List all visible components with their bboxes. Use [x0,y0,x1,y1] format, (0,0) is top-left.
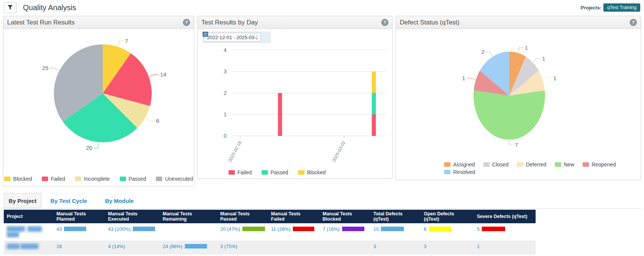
pie-value-label: 1 [525,44,528,51]
legend-swatch [4,177,11,181]
table-cell: 28 [53,241,105,254]
legend-item-incomplete[interactable]: Incomplete [75,176,110,182]
col-header-manual-tests-remaining: Manual TestsRemaining [160,210,217,223]
table-cell: 5 [474,223,536,241]
cell-value-link[interactable]: 1 [477,244,480,249]
pie-value-label: 20 [86,145,93,151]
cell-value-link[interactable]: 43 (100%) [108,226,131,232]
table-cell: 24 (86%) [160,241,217,254]
legend-swatch [75,177,81,181]
legend-label: New [564,162,574,168]
legend-label: Failed [51,176,65,182]
pie-slice-new[interactable] [473,90,545,140]
bar-segment-blocked[interactable] [372,72,376,93]
project-name-redacted[interactable]: ████ █████▌ [7,244,53,249]
project-badge[interactable]: qTest Training [603,3,640,12]
legend-label: Incomplete [84,176,110,182]
projects-selector: Projects: qTest Training [581,3,640,12]
table-cell: 43 [53,223,105,241]
filter-button[interactable] [4,2,17,13]
panel-header: Latest Test Run Results ? [3,16,194,29]
cell-value-link[interactable]: 11 (26%) [271,226,291,232]
legend-item-passed[interactable]: Passed [120,176,146,182]
cell-value-link[interactable]: 6 [424,226,426,232]
legend-item-resolved[interactable]: Resolved [444,169,475,175]
legend-item-failed[interactable]: Failed [42,176,65,182]
date-range-input[interactable] [204,33,261,42]
col-header-severe-defects-qtest-: Severe Defects (qTest) [474,210,536,223]
cell-value-link[interactable]: 3 [424,244,426,249]
legend-item-blocked[interactable]: Blocked [4,176,32,182]
cell-value-link[interactable]: 3 (75%) [220,244,238,249]
legend-item-failed[interactable]: Failed [228,169,252,175]
legend-item-blocked[interactable]: Blocked [298,169,326,175]
legend-item-assigned[interactable]: Assigned [444,162,475,168]
pie-value-label: 1 [462,75,465,81]
cell-metric-bar [133,227,155,231]
panel-header: Test Results by Day ? [198,16,392,29]
pie-label-line [518,48,523,52]
tab-by-test-cycle[interactable]: By Test Cycle [41,193,96,208]
legend-item-passed[interactable]: Passed [262,169,288,175]
cell-value-link[interactable]: 10 [373,226,379,232]
pie-label-line [533,59,540,62]
help-icon[interactable]: ? [630,19,637,26]
panel-latest-test-run-results: Latest Test Run Results ? 71462025 Block… [3,16,194,186]
cell-value-link[interactable]: 4 (14%) [108,244,125,249]
table-cell: 4 (14%) [105,241,160,254]
panel-header: Defect Status (qTest) ? [396,16,641,29]
y-axis-tick-label: 4 [224,47,227,53]
legend-label: Reopened [592,162,616,168]
summary-section: By ProjectBy Test CycleBy Module Project… [0,193,644,254]
legend-item-reopened[interactable]: Reopened [583,162,616,168]
legend-swatch [156,177,162,181]
bar-segment-passed[interactable] [372,93,376,114]
table-row: █████▋ ████▌███▊4343 (100%)20 (47%)11 (2… [4,223,536,241]
x-axis-tick-label: 2025-02-16 [227,140,243,163]
cell-value-link[interactable]: 7 (16%) [323,226,340,232]
legend-item-deferred[interactable]: Deferred [517,162,546,168]
help-icon[interactable]: ? [183,19,190,26]
legend-label: Blocked [307,169,326,175]
pie-label-line [486,52,492,56]
defect-status-pie-chart: 111712 [396,29,640,159]
legend-item-new[interactable]: New [555,162,574,168]
pie-label-line [509,140,513,145]
cell-value-link[interactable]: 28 [56,244,62,249]
funnel-icon [8,5,13,10]
tab-by-module[interactable]: By Module [96,193,143,208]
pie-value-label: 2 [481,49,484,55]
cell-metric-bar [242,227,265,231]
legend-swatch [228,170,235,175]
cell-value-link[interactable]: 5 [477,226,480,232]
cell-value-link[interactable]: 20 (47%) [220,226,240,232]
project-name-redacted[interactable]: █████▋ ████▌ [7,226,53,232]
y-axis-tick-label: 3 [224,69,227,75]
legend-swatch [444,170,451,174]
legend-item-unexecuted[interactable]: Unexecuted [156,176,193,182]
legend-swatch [298,170,304,175]
legend-item-closed[interactable]: Closed [483,162,509,168]
project-name-redacted[interactable]: ███▊ [7,232,53,238]
project-name-cell[interactable]: █████▋ ████▌███▊ [4,223,53,241]
project-name-cell[interactable]: ████ █████▌ [4,241,53,254]
help-icon[interactable]: ? [381,19,388,26]
cell-value-link[interactable]: 43 [56,226,62,232]
cell-value-link[interactable]: 3 [373,244,376,249]
panel-defect-status: Defect Status (qTest) ? 111712 AssignedC… [396,16,641,180]
pie-label-line [544,78,552,80]
pie-label-line [118,41,123,46]
defect-status-legend: AssignedClosedDeferredNewReopenedResolve… [444,162,616,175]
tab-by-project[interactable]: By Project [4,193,41,208]
latest-results-legend: BlockedFailedIncompletePassedUnexecuted [3,176,194,182]
bar-segment-failed[interactable] [372,114,376,136]
bar-segment-failed[interactable] [278,93,282,136]
table-cell: 6 [421,223,474,241]
table-header-row: ProjectManual TestsPlannedManual TestsEx… [4,210,536,223]
top-bar: Quality Analysis Projects: qTest Trainin… [0,0,644,15]
cell-metric-bar [381,227,404,231]
pie-label-line [467,78,475,80]
table-cell: 43 (100%) [105,223,160,241]
results-by-day-legend: FailedPassedBlocked [198,169,392,175]
cell-value-link[interactable]: 24 (86%) [163,244,183,249]
